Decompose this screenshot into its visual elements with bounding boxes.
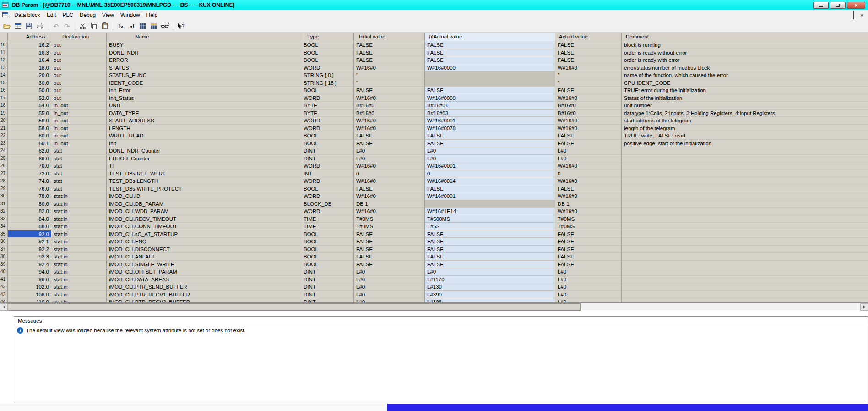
cell-name[interactable]: iMOD_CLI.RECV_TIMEOUT [107, 215, 301, 223]
cell-comment[interactable] [622, 291, 868, 299]
row-number-cell[interactable]: 36 [0, 238, 8, 246]
cell-actual-value[interactable]: W#16#0 [555, 162, 622, 170]
cell-initial-value[interactable]: L#0 [354, 276, 425, 284]
cell-initial-value[interactable]: FALSE [354, 185, 425, 193]
cell-actual-value[interactable]: W#16#0 [555, 117, 622, 125]
cell-at-actual-value[interactable]: B#16#03 [425, 110, 555, 117]
cell-actual-value[interactable]: FALSE [555, 56, 622, 64]
cell-comment[interactable] [622, 276, 868, 284]
horizontal-scrollbar[interactable] [0, 302, 868, 310]
cell-comment[interactable] [622, 162, 868, 170]
cell-at-actual-value[interactable]: W#16#0001 [425, 117, 555, 125]
cell-declaration[interactable]: out [51, 71, 107, 79]
cell-initial-value[interactable]: DB 1 [354, 200, 425, 208]
scrollbar-right-arrow[interactable] [860, 303, 868, 311]
cell-name[interactable]: DONE_NDR_Counter [107, 147, 301, 155]
mdi-restore-button[interactable] [853, 11, 854, 19]
cell-comment[interactable]: unit number [622, 102, 868, 110]
cell-initial-value[interactable]: FALSE [354, 230, 425, 238]
cell-at-actual-value[interactable]: FALSE [425, 87, 555, 94]
cell-comment[interactable]: Status of the initialization [622, 94, 868, 102]
cell-actual-value[interactable]: L#0 [555, 155, 622, 163]
cell-initial-value[interactable]: FALSE [354, 56, 425, 64]
row-number-cell[interactable]: 39 [0, 261, 8, 269]
cell-type[interactable]: BOOL [301, 246, 354, 253]
cell-initial-value[interactable]: FALSE [354, 41, 425, 49]
cell-name[interactable]: TEST_DBs.WRITE_PROTECT [107, 185, 301, 193]
cell-at-actual-value[interactable]: W#16#0001 [425, 162, 555, 170]
row-number-cell[interactable]: 26 [0, 162, 8, 170]
cell-address[interactable]: 62.0 [8, 147, 51, 155]
cell-actual-value[interactable]: W#16#0 [555, 208, 622, 215]
cell-at-actual-value[interactable]: W#16#0014 [425, 177, 555, 185]
menu-item-edit[interactable]: Edit [43, 10, 60, 20]
cell-address[interactable]: 16.2 [8, 41, 51, 49]
cell-initial-value[interactable]: W#16#0 [354, 192, 425, 200]
cell-actual-value[interactable]: FALSE [555, 230, 622, 238]
glasses-monitor-icon[interactable] [160, 21, 170, 31]
column-header-actual-value[interactable]: @Actual value [425, 33, 555, 41]
cell-declaration[interactable]: stat:in [51, 223, 107, 230]
cell-type[interactable]: BOOL [301, 140, 354, 148]
cell-name[interactable]: WRITE_READ [107, 132, 301, 140]
cell-comment[interactable]: order is ready without error [622, 49, 868, 57]
cell-comment[interactable]: block is running [622, 41, 868, 49]
cell-at-actual-value[interactable]: FALSE [425, 49, 555, 57]
cell-initial-value[interactable]: W#16#0 [354, 117, 425, 125]
row-number-cell[interactable]: 13 [0, 64, 8, 72]
cell-address[interactable]: 98.0 [8, 276, 51, 284]
cell-declaration[interactable]: out [51, 64, 107, 72]
cell-comment[interactable] [622, 208, 868, 215]
cell-declaration[interactable]: stat:in [51, 268, 107, 276]
cell-initial-value[interactable]: B#16#0 [354, 102, 425, 110]
cell-name[interactable]: ERROR [107, 56, 301, 64]
cell-at-actual-value[interactable]: L#1170 [425, 276, 555, 284]
cell-comment[interactable] [622, 246, 868, 253]
cell-name[interactable]: iMOD_CLI.WDB_PARAM [107, 208, 301, 215]
cell-actual-value[interactable]: FALSE [555, 253, 622, 261]
cell-at-actual-value[interactable]: W#16#0000 [425, 64, 555, 72]
cell-actual-value[interactable]: L#0 [555, 291, 622, 299]
cell-comment[interactable]: CPU IDENT_CODE [622, 79, 868, 87]
cell-name[interactable]: BUSY [107, 41, 301, 49]
cell-type[interactable]: BOOL [301, 56, 354, 64]
cell-comment[interactable]: start address of the telegram [622, 117, 868, 125]
column-header-actual-value[interactable]: Actual value [555, 33, 622, 41]
cell-name[interactable]: iMOD_CLI.ANLAUF [107, 253, 301, 261]
cell-comment[interactable] [622, 268, 868, 276]
cell-declaration[interactable]: stat:in [51, 283, 107, 291]
copy-icon[interactable] [89, 21, 99, 31]
row-number-cell[interactable]: 34 [0, 223, 8, 230]
cell-address[interactable]: 102.0 [8, 283, 51, 291]
cell-actual-value[interactable]: FALSE [555, 185, 622, 193]
cell-comment[interactable] [622, 192, 868, 200]
cell-declaration[interactable]: out [51, 41, 107, 49]
row-number-cell[interactable]: 37 [0, 246, 8, 253]
cell-comment[interactable]: positive edge: start of the initializati… [622, 140, 868, 148]
mdi-close-button[interactable]: × [860, 11, 863, 19]
cut-icon[interactable] [78, 21, 88, 31]
cell-name[interactable]: iMOD_CLI.OFFSET_PARAM [107, 268, 301, 276]
cell-at-actual-value[interactable]: W#16#0078 [425, 125, 555, 132]
open-block-icon[interactable] [13, 21, 23, 31]
minimize-button[interactable] [813, 2, 829, 9]
open-icon[interactable] [2, 21, 12, 31]
row-number-cell[interactable]: 24 [0, 147, 8, 155]
row-number-cell[interactable]: 43 [0, 291, 8, 299]
download-icon[interactable]: !« [116, 21, 126, 31]
cell-declaration[interactable]: out [51, 79, 107, 87]
row-number-cell[interactable]: 28 [0, 177, 8, 185]
cell-name[interactable]: iMOD_CLI.SINGLE_WRITE [107, 261, 301, 269]
cell-address[interactable]: 70.0 [8, 162, 51, 170]
cell-initial-value[interactable]: W#16#0 [354, 162, 425, 170]
cell-actual-value[interactable]: B#16#0 [555, 110, 622, 117]
cell-address[interactable]: 84.0 [8, 215, 51, 223]
cell-declaration[interactable]: stat:in [51, 276, 107, 284]
cell-type[interactable]: DINT [301, 298, 354, 302]
cell-at-actual-value[interactable]: FALSE [425, 230, 555, 238]
cell-initial-value[interactable]: FALSE [354, 261, 425, 269]
column-header-name[interactable]: Name [107, 33, 301, 41]
cell-type[interactable]: BYTE [301, 102, 354, 110]
cell-comment[interactable] [622, 215, 868, 223]
cell-address[interactable]: 88.0 [8, 223, 51, 230]
